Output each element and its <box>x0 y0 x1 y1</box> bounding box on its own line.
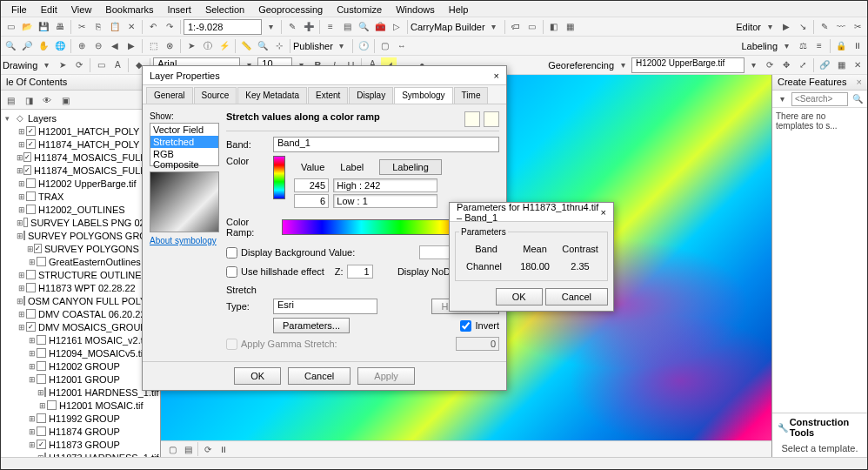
georef-table-icon[interactable]: ▦ <box>833 57 849 73</box>
import-icon[interactable] <box>464 111 480 127</box>
visibility-checkbox[interactable] <box>44 453 46 457</box>
visibility-checkbox[interactable] <box>26 205 36 214</box>
new-icon[interactable]: ▭ <box>3 19 18 35</box>
expand-icon[interactable]: ⊞ <box>27 414 37 423</box>
edit-vertices-icon[interactable]: ↘ <box>795 19 811 35</box>
lock-icon[interactable]: 🔒 <box>833 38 849 54</box>
apply-button[interactable]: Apply <box>357 367 415 385</box>
menu-windows[interactable]: Windows <box>389 3 442 15</box>
visibility-checkbox[interactable] <box>23 296 25 306</box>
expand-icon[interactable]: ⊞ <box>17 284 26 292</box>
show-list[interactable]: Vector FieldStretchedRGB Composite <box>150 123 219 166</box>
expand-icon[interactable]: ⊞ <box>17 297 23 306</box>
sketch-icon[interactable]: ✎ <box>817 19 832 35</box>
visibility-checkbox[interactable]: ✓ <box>26 126 36 136</box>
data-view-icon[interactable]: ▢ <box>164 441 180 457</box>
layer-item[interactable]: ⊞H12094_MOSAICv5.tif <box>3 346 158 359</box>
layer-item[interactable]: ⊞SURVEY POLYGONS GROUP <box>3 229 158 242</box>
expand-icon[interactable]: ⊞ <box>27 427 37 436</box>
layer-item[interactable]: ⊞H12002_OUTLINES <box>3 203 158 216</box>
expand-icon[interactable]: ⊞ <box>17 232 23 240</box>
full-extent-icon[interactable]: 🌐 <box>52 38 68 54</box>
expand-icon[interactable]: ⊞ <box>37 388 44 397</box>
layer-item[interactable]: ⊞H11873 HARDNESS_1.tif <box>3 451 158 457</box>
toc-tree[interactable]: ▾◇Layers ⊞✓H12001_HATCH_POLY⊞✓H11874_HAT… <box>1 110 160 457</box>
expand-icon[interactable]: ⊞ <box>17 127 26 136</box>
pause-labels-icon[interactable]: ⏸ <box>850 38 865 54</box>
ok-button[interactable]: OK <box>496 288 543 306</box>
menu-customize[interactable]: Customize <box>330 3 389 15</box>
layer-item[interactable]: ⊞GreatEasternOutlines <box>3 255 158 268</box>
visibility-checkbox[interactable] <box>47 400 57 410</box>
measure-icon[interactable]: 📏 <box>238 38 254 54</box>
expand-icon[interactable]: ⊞ <box>27 258 37 266</box>
expand-icon[interactable]: ⊞ <box>27 245 34 253</box>
expand-icon[interactable]: ⊞ <box>17 153 23 162</box>
list-by-visibility-icon[interactable]: 👁 <box>39 92 55 108</box>
visibility-checkbox[interactable] <box>26 270 36 279</box>
tab-time[interactable]: Time <box>454 87 489 104</box>
hillshade-checkbox[interactable] <box>226 266 237 278</box>
visibility-checkbox[interactable]: ✓ <box>23 152 31 162</box>
visibility-checkbox[interactable]: ✓ <box>26 139 36 149</box>
text-icon[interactable]: A <box>110 57 125 73</box>
hyperlink-icon[interactable]: ⚡ <box>217 38 232 54</box>
visibility-checkbox[interactable]: ✓ <box>37 440 46 449</box>
georef-rotate-icon[interactable]: ⟳ <box>762 57 778 73</box>
menu-selection[interactable]: Selection <box>198 3 251 15</box>
visibility-checkbox[interactable] <box>37 413 46 423</box>
split-icon[interactable]: ✂ <box>850 19 865 35</box>
editor-dropdown[interactable]: Editor <box>736 22 761 32</box>
layer-item[interactable]: ⊞✓H11874_MOSAICS_FULL_TIFF <box>3 164 158 177</box>
visibility-checkbox[interactable] <box>23 218 28 227</box>
menu-geoprocessing[interactable]: Geoprocessing <box>251 3 330 15</box>
misc-icon[interactable]: ◧ <box>546 19 562 35</box>
filter-icon[interactable]: ▾ <box>774 91 790 107</box>
expand-icon[interactable]: ⊞ <box>17 192 26 201</box>
value-low-input[interactable] <box>294 194 329 208</box>
expand-icon[interactable]: ⊞ <box>17 205 26 214</box>
list-by-source-icon[interactable]: ◨ <box>21 92 37 108</box>
label-priority-icon[interactable]: ≡ <box>811 38 827 54</box>
carrymap-dropdown[interactable]: CarryMap Builder <box>411 22 485 32</box>
expand-icon[interactable]: ⊞ <box>37 453 44 458</box>
visibility-checkbox[interactable] <box>26 283 36 292</box>
layer-item[interactable]: ⊞STRUCTURE OUTLINES <box>3 268 158 281</box>
visibility-checkbox[interactable] <box>37 257 46 266</box>
fixed-zoom-out-icon[interactable]: ⊖ <box>90 38 106 54</box>
georef-delete-icon[interactable]: ✕ <box>850 57 865 73</box>
rect-icon[interactable]: ▭ <box>93 57 109 73</box>
redo-icon[interactable]: ↷ <box>162 19 177 35</box>
pan-icon[interactable]: ✋ <box>36 38 51 54</box>
visibility-checkbox[interactable] <box>26 309 36 319</box>
value-high-input[interactable] <box>294 178 329 192</box>
time-icon[interactable]: 🕐 <box>356 38 371 54</box>
tab-key-metadata[interactable]: Key Metadata <box>237 87 307 104</box>
find-icon[interactable]: 🔍 <box>255 38 270 54</box>
layout-view-icon[interactable]: ▤ <box>180 441 196 457</box>
close-icon[interactable]: × <box>494 70 499 81</box>
visibility-checkbox[interactable] <box>37 361 46 371</box>
toolbox-icon[interactable]: 🧰 <box>372 19 388 35</box>
z-input[interactable] <box>347 265 373 279</box>
layer-item[interactable]: ⊞H12001 GROUP <box>3 373 158 386</box>
pointer-icon[interactable]: ➤ <box>184 38 199 54</box>
list-by-drawing-icon[interactable]: ▤ <box>3 92 18 108</box>
layer-item[interactable]: ⊞✓DMV MOSAICS_GROUP <box>3 320 158 333</box>
window-icon[interactable]: ▢ <box>377 38 393 54</box>
layer-item[interactable]: ⊞DMV COASTAL 06.20.22 <box>3 307 158 320</box>
expand-icon[interactable]: ⊞ <box>27 336 37 345</box>
tab-symbology[interactable]: Symbology <box>394 87 452 104</box>
misc2-icon[interactable]: ▦ <box>563 19 578 35</box>
delete-icon[interactable]: ✕ <box>124 19 139 35</box>
layer-item[interactable]: ⊞SURVEY LABELS PNG 02.15 <box>3 216 158 229</box>
labeling-icon[interactable]: 🏷 <box>508 19 524 35</box>
xy-icon[interactable]: ⊹ <box>271 38 287 54</box>
close-icon[interactable]: × <box>601 207 606 218</box>
editor-toolbar-icon[interactable]: ✎ <box>284 19 300 35</box>
visibility-checkbox[interactable] <box>26 191 36 201</box>
layer-item[interactable]: ⊞H11873 WPT 02.28.22 <box>3 281 158 294</box>
layer-item[interactable]: ⊞H12002 GROUP <box>3 359 158 373</box>
close-icon[interactable]: × <box>857 77 862 88</box>
expand-icon[interactable]: ⊞ <box>17 140 26 149</box>
